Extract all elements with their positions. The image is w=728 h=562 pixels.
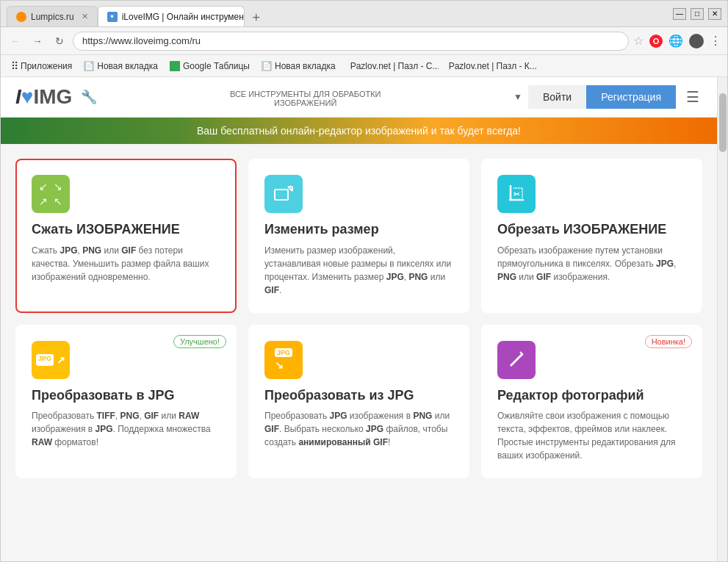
bookmark-label-5: Pazlov.net | Пазл - К... <box>449 61 537 71</box>
close-button[interactable]: ✕ <box>708 8 721 20</box>
logo-img-text: IMG <box>33 85 72 109</box>
apps-grid-icon: ⠿ <box>11 60 18 72</box>
jpg-label-2: JPG <box>275 348 292 357</box>
window-controls: — □ ✕ <box>673 8 721 20</box>
opera-icon: O <box>649 35 663 48</box>
sheets-favicon <box>170 61 180 71</box>
tool-desc-crop: Обрезать изображение путем установки пря… <box>497 244 686 284</box>
tab-favicon-2: ♥ <box>107 12 118 22</box>
header-spacer: ВСЕ ИНСТРУМЕНТЫ ДЛЯ ОБРАБОТКИИЗОБРАЖЕНИЙ <box>97 87 513 107</box>
arrow-down-right-icon: ↘ <box>275 359 292 371</box>
tool-desc-to-jpg: Преобразовать TIFF, PNG, GIF или RAW изо… <box>32 409 220 449</box>
tool-title-compress: Сжать ИЗОБРАЖЕНИЕ <box>32 222 220 238</box>
page-content: I ♥ IMG 🔧 ВСЕ ИНСТРУМЕНТЫ ДЛЯ ОБРАБОТКИИ… <box>1 77 717 561</box>
tabs-row: Lumpics.ru ✕ ♥ iLoveIMG | Онлайн инструм… <box>7 1 667 26</box>
crop-svg: ✂ <box>506 184 527 204</box>
from-jpg-icon: JPG ↘ <box>264 341 303 379</box>
tool-desc-from-jpg: Преобразовать JPG изображения в PNG или … <box>264 409 453 449</box>
tool-desc-editor: Оживляйте свои изображения с помощью тек… <box>497 409 686 462</box>
tool-title-resize: Изменить размер <box>264 222 453 238</box>
arrow-bl: ↗ <box>37 195 50 208</box>
tab-iloveimg[interactable]: ♥ iLoveIMG | Онлайн инструмент... ✕ <box>98 6 245 26</box>
tool-title-from-jpg: Преобразовать из JPG <box>264 388 453 404</box>
svg-text:✂: ✂ <box>513 190 520 198</box>
globe-icon: 🌐 <box>668 34 683 48</box>
nav-dropdown-arrow[interactable]: ▼ <box>513 92 522 102</box>
site-header: I ♥ IMG 🔧 ВСЕ ИНСТРУМЕНТЫ ДЛЯ ОБРАБОТКИИ… <box>1 77 717 118</box>
bookmark-pazlov-2[interactable]: Pazlov.net | Пазл - К... <box>442 60 537 73</box>
scrollbar-thumb[interactable] <box>719 93 727 152</box>
bookmark-star-icon[interactable]: ☆ <box>633 34 644 48</box>
tool-card-editor[interactable]: Новинка! Редактор фотографий Оживляйте с… <box>481 325 702 479</box>
arrow-tl: ↙ <box>37 181 50 193</box>
tab-close-1[interactable]: ✕ <box>82 12 88 21</box>
bookmarks-bar: ⠿ Приложения 📄 Новая вкладка Google Табл… <box>1 55 727 77</box>
back-button[interactable]: ← <box>7 32 24 50</box>
address-bar-icons: ☆ O 🌐 ⋮ <box>633 34 721 48</box>
main-content: ↙ ↘ ↗ ↖ Сжать ИЗОБРАЖЕНИЕ Сжать JPG, PNG… <box>1 144 717 561</box>
tool-title-crop: Обрезать ИЗОБРАЖЕНИЕ <box>497 222 686 238</box>
to-jpg-icon: JPG ↗ <box>32 341 70 379</box>
bookmarks-apps-button[interactable]: ⠿ Приложения <box>7 59 76 73</box>
compress-icon: ↙ ↘ ↗ ↖ <box>32 175 70 213</box>
tool-title-to-jpg: Преобразовать в JPG <box>32 388 220 404</box>
browser-window: Lumpics.ru ✕ ♥ iLoveIMG | Онлайн инструм… <box>0 0 728 562</box>
bookmark-label-4: Pazlov.net | Пазл - С... <box>350 61 439 71</box>
minimize-button[interactable]: — <box>673 8 686 20</box>
page-right: I ♥ IMG 🔧 ВСЕ ИНСТРУМЕНТЫ ДЛЯ ОБРАБОТКИИ… <box>1 77 727 561</box>
bookmark-new-tab-1[interactable]: 📄 Новая вкладка <box>79 60 162 73</box>
jpg-label-1: JPG <box>36 354 54 366</box>
login-button[interactable]: Войти <box>528 85 586 109</box>
site-logo[interactable]: I ♥ IMG <box>15 85 72 109</box>
new-tab-button[interactable]: + <box>248 9 265 26</box>
tool-desc-compress: Сжать JPG, PNG или GIF без потери качест… <box>32 244 220 284</box>
forward-button[interactable]: → <box>29 32 46 50</box>
tool-card-to-jpg[interactable]: JPG ↗ Улучшено! Преобразовать в JPG Прео… <box>15 325 237 479</box>
page-favicon-1: 📄 <box>84 61 94 71</box>
tools-grid: ↙ ↘ ↗ ↖ Сжать ИЗОБРАЖЕНИЕ Сжать JPG, PNG… <box>15 159 702 478</box>
tab-label-2: iLoveIMG | Онлайн инструмент... <box>122 12 245 22</box>
menu-dots-icon[interactable]: ⋮ <box>710 34 721 48</box>
resize-svg <box>273 184 294 204</box>
tool-title-editor: Редактор фотографий <box>497 388 686 404</box>
bookmark-pazlov-1[interactable]: Pazlov.net | Пазл - С... <box>343 60 439 73</box>
bookmark-label-1: Новая вкладка <box>97 61 158 71</box>
promo-banner: Ваш бесплатный онлайн-редактор изображен… <box>1 118 717 144</box>
tool-desc-resize: Изменить размер изображений, устанавлива… <box>264 244 453 297</box>
tool-card-crop[interactable]: ✂ Обрезать ИЗОБРАЖЕНИЕ Обрезать изображе… <box>481 159 702 313</box>
logo-i: I <box>15 85 21 109</box>
editor-svg <box>507 350 526 370</box>
bookmark-label-3: Новая вкладка <box>275 61 336 71</box>
svg-rect-0 <box>275 190 288 200</box>
crop-icon: ✂ <box>497 175 536 213</box>
tool-card-resize[interactable]: Изменить размер Изменить размер изображе… <box>248 159 469 313</box>
register-button[interactable]: Регистрация <box>586 85 676 109</box>
resize-icon <box>264 175 303 213</box>
wrench-icon[interactable]: 🔧 <box>81 89 97 105</box>
hamburger-menu-icon[interactable]: ☰ <box>683 85 702 109</box>
tab-lumpics[interactable]: Lumpics.ru ✕ <box>7 6 98 26</box>
maximize-button[interactable]: □ <box>691 8 704 20</box>
tool-card-compress[interactable]: ↙ ↘ ↗ ↖ Сжать ИЗОБРАЖЕНИЕ Сжать JPG, PNG… <box>15 159 237 313</box>
profile-icon[interactable] <box>689 34 704 48</box>
improved-badge: Улучшено! <box>173 335 226 348</box>
editor-icon <box>497 341 536 379</box>
nav-text: ВСЕ ИНСТРУМЕНТЫ ДЛЯ ОБРАБОТКИИЗОБРАЖЕНИЙ <box>97 90 513 107</box>
page-favicon-2: 📄 <box>262 61 272 71</box>
arrow-br: ↖ <box>52 195 65 208</box>
new-badge: Новинка! <box>645 335 692 348</box>
arrow-tr: ↘ <box>52 181 65 193</box>
address-bar: ← → ↻ ☆ O 🌐 ⋮ <box>1 27 727 55</box>
bookmark-google-sheets[interactable]: Google Таблицы <box>165 60 254 73</box>
refresh-button[interactable]: ↻ <box>51 32 68 50</box>
bookmark-label-2: Google Таблицы <box>183 61 250 71</box>
logo-heart-icon: ♥ <box>21 85 34 109</box>
bookmark-new-tab-2[interactable]: 📄 Новая вкладка <box>257 60 340 73</box>
apps-label: Приложения <box>21 61 72 71</box>
title-bar: Lumpics.ru ✕ ♥ iLoveIMG | Онлайн инструм… <box>1 1 727 27</box>
tool-card-from-jpg[interactable]: JPG ↘ Преобразовать из JPG Преобразовать… <box>248 325 469 479</box>
address-input[interactable] <box>73 32 629 51</box>
tab-favicon-1 <box>16 12 26 22</box>
tab-label-1: Lumpics.ru <box>31 12 74 22</box>
scrollbar-track[interactable] <box>717 77 727 561</box>
